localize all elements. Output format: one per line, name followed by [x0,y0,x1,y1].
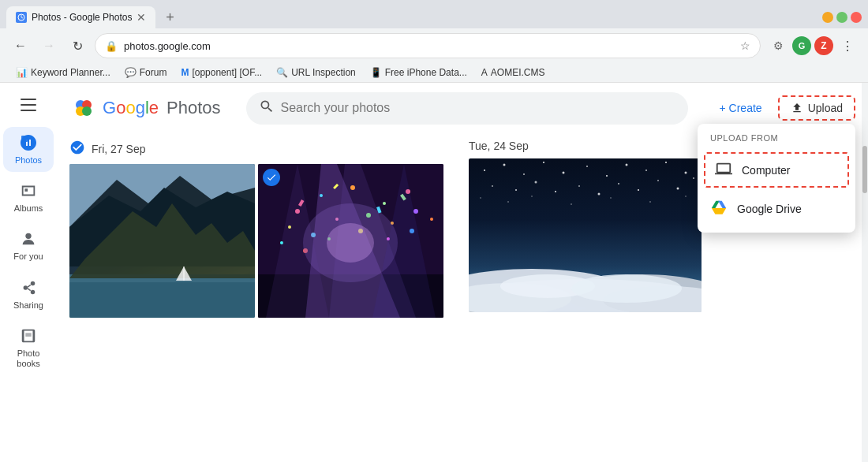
sidebar-label-photos: Photos [15,155,42,166]
svg-point-7 [24,285,28,290]
svg-point-67 [535,181,537,184]
extensions-button[interactable]: ⚙ [767,35,789,57]
svg-point-72 [638,189,639,191]
bookmark-url-inspection[interactable]: 🔍 URL Inspection [270,65,362,80]
scrollbar[interactable] [862,83,868,462]
svg-point-59 [586,166,588,167]
bookmark-opponent[interactable]: M [opponent] [OF... [174,65,268,80]
bookmark-label: [opponent] [OF... [192,67,262,78]
hamburger-menu-button[interactable] [13,89,44,121]
svg-point-89 [571,274,682,303]
create-button[interactable]: + Create [709,97,771,119]
close-button[interactable]: ✕ [851,12,862,23]
stars-photo-svg [469,158,702,312]
google-photos-logo: Google Photos [69,94,221,122]
create-plus-icon: + [719,102,725,114]
back-button[interactable]: ← [9,35,32,57]
tab-close-button[interactable]: ✕ [137,11,146,24]
svg-point-81 [649,201,651,203]
svg-point-63 [665,162,667,163]
sidebar-item-albums[interactable]: Albums [3,175,54,220]
svg-point-76 [480,197,481,199]
maximize-button[interactable]: □ [836,12,847,23]
star-icon[interactable]: ☆ [740,39,750,52]
svg-point-60 [606,175,608,177]
bookmark-free-iphone[interactable]: 📱 Free iPhone Data... [364,65,473,80]
bookmark-icon: 🔍 [276,67,288,78]
google-drive-icon [710,199,728,218]
svg-point-66 [515,189,517,191]
logo-text: Google [103,98,159,118]
main-area: Google Photos + Create [57,83,868,462]
scrollbar-thumb[interactable] [862,146,867,193]
svg-rect-2 [21,104,36,106]
svg-point-54 [484,170,485,171]
bookmarks-bar: 📊 Keyword Planner... 💬 Forum M [opponent… [0,63,868,83]
svg-point-68 [555,191,556,192]
search-bar[interactable] [246,92,688,125]
logo-photos-text: Photos [166,98,221,118]
search-icon [259,99,275,118]
logo-o2: o [125,98,135,117]
search-input[interactable] [281,101,675,115]
bookmark-keyword-planner[interactable]: 📊 Keyword Planner... [9,65,117,80]
computer-icon [715,160,732,180]
bookmark-forum[interactable]: 💬 Forum [118,65,174,80]
profile-g-button[interactable]: G [792,36,811,55]
svg-point-29 [350,185,355,190]
svg-point-61 [626,164,628,166]
upload-from-label: UPLOAD FROM [698,130,855,149]
upload-option-google-drive[interactable]: Google Drive [698,191,855,226]
cliff-photo-bg [69,164,255,318]
upload-button[interactable]: Upload [778,95,855,121]
upload-option-computer[interactable]: Computer [704,152,849,188]
svg-point-30 [383,202,386,205]
user-avatar[interactable]: Z [814,36,833,55]
computer-option-label: Computer [742,164,790,177]
svg-point-9 [31,289,36,294]
minimize-button[interactable]: ─ [822,12,833,23]
svg-point-28 [320,194,323,197]
svg-rect-3 [21,110,36,111]
bookmark-label: AOMEI.CMS [491,67,545,78]
svg-point-58 [563,172,565,174]
logo-e: e [149,98,159,117]
address-bar[interactable]: 🔒 photos.google.com ☆ [95,33,761,58]
svg-point-14 [82,106,92,116]
tab-bar: Photos - Google Photos ✕ + ─ □ ✕ [0,0,868,28]
svg-point-55 [503,164,506,166]
svg-point-56 [523,173,525,175]
forward-button[interactable]: → [38,35,60,57]
tab-title: Photos - Google Photos [32,12,132,23]
bookmark-icon: A [481,67,488,78]
drive-option-label: Google Drive [737,203,802,215]
sidebar-item-photos[interactable]: Photos [3,127,54,172]
more-menu-button[interactable]: ⋮ [836,35,859,57]
svg-point-82 [685,196,687,197]
sidebar-item-sharing[interactable]: Sharing [3,272,54,317]
photo-item-confetti[interactable] [258,164,443,318]
new-tab-button[interactable]: + [159,6,181,28]
svg-point-69 [578,185,580,187]
foryou-icon [19,229,38,248]
tab-favicon [16,12,27,23]
logo-g2: g [136,98,145,117]
google-photos-logo-icon [69,94,98,122]
svg-point-78 [531,196,533,197]
svg-rect-1 [21,99,36,100]
date-tue-label: Tue, 24 Sep [469,140,529,152]
sidebar: Photos Albums For you [0,83,57,462]
drive-icon-svg [710,199,728,216]
sidebar-item-foryou[interactable]: For you [3,223,54,268]
upload-dropdown: UPLOAD FROM Computer [698,124,855,233]
photo-item-cliff[interactable] [69,164,255,318]
sidebar-item-photobooks[interactable]: Photo books [3,320,54,375]
photo-grid-fri [69,164,456,318]
bookmark-aomei[interactable]: A AOMEI.CMS [475,65,552,80]
svg-point-64 [685,172,687,174]
photo-item-stars[interactable] [469,158,702,312]
refresh-button[interactable]: ↻ [66,35,88,57]
active-tab[interactable]: Photos - Google Photos ✕ [6,6,155,28]
bookmark-label: Forum [140,67,167,78]
svg-point-46 [327,223,374,263]
